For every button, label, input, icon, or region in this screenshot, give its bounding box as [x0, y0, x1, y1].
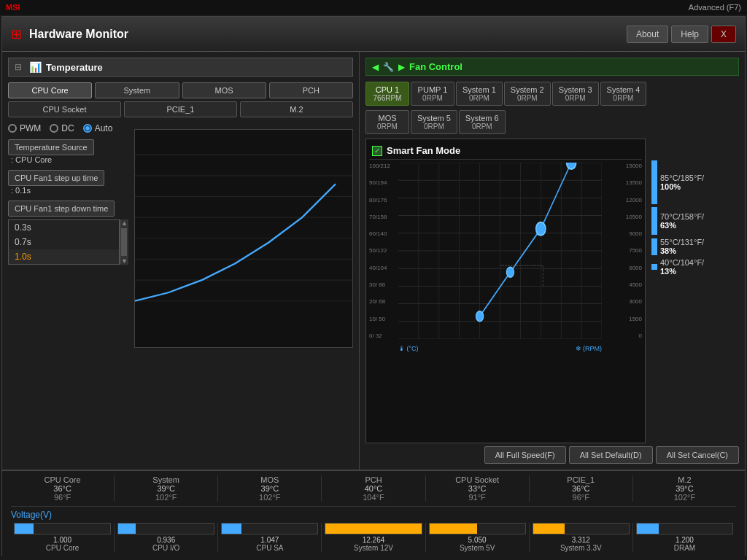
temp-btn-system[interactable]: System — [95, 82, 179, 98]
fan-point-3[interactable] — [536, 222, 546, 236]
fan-level-bar-1 — [651, 207, 657, 235]
fan-tabs-row1: CPU 1 766RPM PUMP 1 0RPM System 1 0RPM S… — [365, 82, 739, 106]
fan-step-down-list[interactable]: 0.3s 0.7s 1.0s — [8, 219, 120, 265]
voltage-system-3-3v-bar — [533, 524, 565, 534]
fan-point-4[interactable] — [567, 163, 576, 169]
dropdown-item-0-7s[interactable]: 0.7s — [9, 235, 119, 249]
all-set-cancel-button[interactable]: All Set Cancel(C) — [656, 446, 739, 464]
smart-fan-area: ✓ Smart Fan Mode 100/212 90/194 80/176 7… — [365, 139, 739, 443]
fan-tab-system5-rpm: 0RPM — [417, 122, 451, 131]
top-bar: MSI Advanced (F7) — [0, 0, 747, 15]
y-label-4: 60/140 — [369, 230, 397, 237]
fan-graph-header: ✓ Smart Fan Mode — [369, 142, 642, 160]
voltage-cpu-sa-value: 1.047 — [221, 536, 318, 544]
y-label-8: 20/ 68 — [369, 298, 397, 305]
fan-point-1[interactable] — [476, 311, 483, 322]
fan-tab-cpu1[interactable]: CPU 1 766RPM — [365, 82, 409, 106]
fan-graph-wrapper: 100/212 90/194 80/176 70/158 60/140 50/1… — [369, 163, 642, 352]
voltage-cpu-io: 0.936 CPU I/O — [115, 523, 218, 552]
auto-option[interactable]: Auto — [83, 123, 113, 133]
temp-btn-cpu-socket[interactable]: CPU Socket — [8, 101, 121, 117]
y-label-5: 50/122 — [369, 247, 397, 254]
dropdown-item-1-0s[interactable]: 1.0s — [9, 249, 119, 264]
fan-point-2[interactable] — [506, 267, 514, 277]
fan-tab-system3-label: System 3 — [559, 85, 592, 94]
x-temp-icon: 🌡 (°C) — [398, 345, 419, 352]
fan-tabs-row2: MOS 0RPM System 5 0RPM System 6 0RPM — [365, 110, 739, 134]
close-button[interactable]: X — [711, 26, 736, 43]
temp-btn-pch[interactable]: PCH — [269, 82, 353, 98]
temp-btn-m2[interactable]: M.2 — [240, 101, 353, 117]
sensor-system-f: 102°F — [120, 493, 212, 502]
all-full-speed-button[interactable]: All Full Speed(F) — [484, 446, 566, 464]
temp-source-group: Temperature Source : CPU Core — [8, 139, 128, 164]
voltage-cpu-sa-bar — [222, 524, 241, 534]
fan-tab-system4-rpm: 0RPM — [607, 94, 640, 102]
fan-tab-mos-label: MOS — [372, 114, 403, 122]
fan-actions: All Full Speed(F) All Set Default(D) All… — [365, 446, 739, 464]
fan-tab-pump1-label: PUMP 1 — [417, 85, 448, 94]
pwm-radio[interactable] — [8, 124, 17, 133]
fan-tab-system4[interactable]: System 4 0RPM — [600, 82, 647, 106]
help-button[interactable]: Help — [671, 26, 708, 43]
fan-step-up-button[interactable]: CPU Fan1 step up time — [8, 170, 104, 186]
sensor-m2-c: 39°C — [639, 484, 730, 493]
sensor-m2-f: 102°F — [639, 493, 730, 502]
voltage-label: Voltage(V) — [11, 510, 736, 520]
fan-level-bar-2 — [651, 238, 657, 255]
voltage-cpu-io-name: CPU I/O — [117, 544, 214, 552]
fan-tab-mos[interactable]: MOS 0RPM — [365, 110, 409, 134]
window-title: Hardware Monitor — [29, 28, 128, 41]
y-axis-left: 100/212 90/194 80/176 70/158 60/140 50/1… — [369, 163, 397, 339]
auto-radio[interactable] — [83, 124, 92, 133]
dc-option[interactable]: DC — [50, 123, 74, 133]
fan-tab-pump1[interactable]: PUMP 1 0RPM — [411, 82, 454, 106]
y-rpm-0: 15000 — [604, 163, 642, 169]
y-label-9: 10/ 50 — [369, 316, 397, 322]
dropdown-scrollbar[interactable]: ▲ ▼ — [120, 219, 128, 265]
fan-tab-system6-rpm: 0RPM — [465, 122, 499, 131]
y-rpm-9: 1500 — [604, 316, 642, 322]
temp-icon: 📊 — [29, 61, 42, 73]
fan-level-0: 85°C/185°F/ 100% — [651, 160, 739, 204]
fan-tab-system2[interactable]: System 2 0RPM — [504, 82, 551, 106]
fan-level-pct-2: 38% — [660, 246, 704, 255]
x-rpm-icon: ❄ (RPM) — [576, 345, 603, 352]
collapse-icon[interactable]: ⊟ — [15, 62, 22, 72]
top-bar-info: Advanced (F7) — [689, 3, 741, 12]
fan-tab-system3[interactable]: System 3 0RPM — [552, 82, 599, 106]
temp-btn-cpu-core[interactable]: CPU Core — [8, 82, 92, 98]
dropdown-item-0-3s[interactable]: 0.3s — [9, 220, 119, 235]
fan-tab-system6[interactable]: System 6 0RPM — [459, 110, 506, 134]
smart-fan-checkbox[interactable]: ✓ — [372, 146, 382, 156]
voltage-system-12v: 12.264 System 12V — [322, 523, 425, 552]
fan-step-up-group: CPU Fan1 step up time : 0.1s — [8, 170, 128, 195]
sensor-mos: MOS 39°C 102°F — [218, 475, 322, 502]
auto-label: Auto — [95, 123, 113, 133]
mode-select: PWM DC Auto — [8, 123, 128, 133]
dc-label: DC — [61, 123, 74, 133]
fan-step-down-button[interactable]: CPU Fan1 step down time — [8, 201, 115, 217]
fan-level-temp-1: 70°C/158°F/ — [660, 212, 704, 221]
about-button[interactable]: About — [627, 26, 668, 43]
temp-btn-pcie1[interactable]: PCIE_1 — [124, 101, 237, 117]
fan-tab-system1[interactable]: System 1 0RPM — [456, 82, 503, 106]
y-rpm-4: 9000 — [604, 230, 642, 237]
y-label-1: 90/194 — [369, 179, 397, 186]
pwm-option[interactable]: PWM — [8, 123, 41, 133]
y-rpm-3: 10500 — [604, 214, 642, 220]
sensor-m2: M.2 39°C 102°F — [633, 475, 736, 502]
temp-btn-mos[interactable]: MOS — [182, 82, 266, 98]
all-set-default-button[interactable]: All Set Default(D) — [569, 446, 653, 464]
dc-radio[interactable] — [50, 124, 58, 133]
voltage-system-12v-bar-container — [325, 523, 422, 534]
fan-level-temp-2: 55°C/131°F/ — [660, 238, 704, 246]
temp-source-button[interactable]: Temperature Source — [8, 139, 94, 155]
temp-buttons-row2: CPU Socket PCIE_1 M.2 — [8, 101, 353, 117]
temp-graph-svg — [135, 130, 352, 347]
fan-back-icon[interactable]: ◀ — [372, 62, 379, 72]
sensor-readings: CPU Core 36°C 96°F System 39°C 102°F MOS… — [11, 475, 736, 507]
fan-step-up-value: : 0.1s — [11, 186, 128, 195]
fan-tab-system5[interactable]: System 5 0RPM — [411, 110, 457, 134]
fan-level-temp-3: 40°C/104°F/ — [660, 258, 704, 267]
